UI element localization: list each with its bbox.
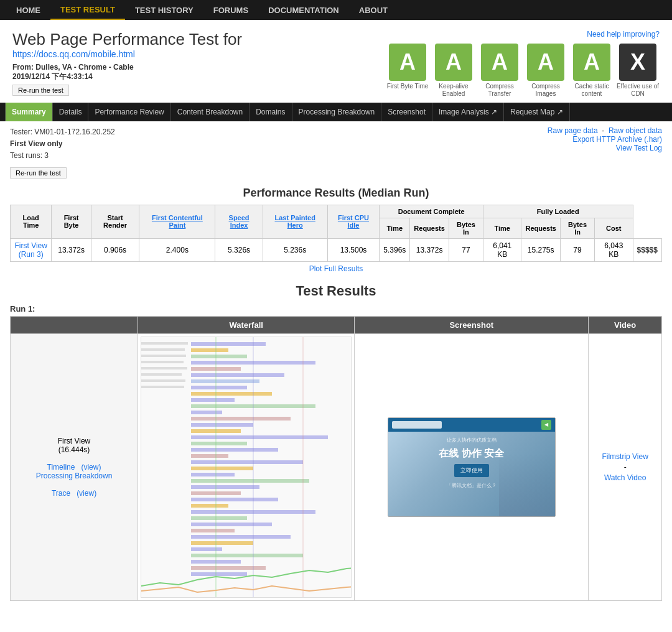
view-type: First View only [10,138,115,150]
main-content: Tester: VM01-01-172.16.20.252 First View… [0,121,672,606]
tab-image-analysis[interactable]: Image Analysis ↗ [432,103,504,121]
svg-rect-21 [191,473,235,476]
nav-documentation[interactable]: DOCUMENTATION [258,0,349,20]
nav-forums[interactable]: FORUMS [203,0,258,20]
waterfall-cell [138,333,355,600]
processing-breakdown-link[interactable]: Processing Breakdown [36,472,113,480]
tab-request-map[interactable]: Request Map ↗ [504,103,570,121]
grade-cache: A Cache static content [570,44,614,98]
plot-full-results-link[interactable]: Plot Full Results [309,264,363,273]
grade-compress-images: A Compress Images [524,44,567,98]
svg-rect-6 [191,379,259,383]
trace-view-link[interactable]: (view) [77,489,96,498]
tab-performance-review[interactable]: Performance Review [88,103,170,121]
plot-link-container: Plot Full Results [10,264,662,273]
row-first-byte: 0.906s [91,238,139,261]
tab-content-breakdown[interactable]: Content Breakdown [171,103,250,121]
grade-cdn: X Effective use of CDN [616,44,660,98]
grade-label-compress-images: Compress Images [524,83,567,98]
raw-object-link[interactable]: Raw object data [609,126,662,135]
row-last-painted: 13.500s [327,238,380,261]
info-left: Tester: VM01-01-172.16.20.252 First View… [10,126,115,179]
svg-rect-44 [141,361,184,363]
th-fl-cost: Cost [595,218,633,238]
th-dc-bytes: Bytes In [449,218,483,238]
svg-rect-26 [191,504,228,508]
grade-keepalive: A Keep-alive Enabled [432,44,475,98]
rerun-button[interactable]: Re-run the test [12,85,69,96]
waterfall-svg [141,337,351,597]
svg-rect-19 [191,460,303,464]
svg-rect-12 [191,417,291,421]
th-speed-index: Speed Index [215,205,263,238]
tab-processing-breakdown[interactable]: Processing Breakdown [292,103,382,121]
tester-info: Tester: VM01-01-172.16.20.252 [10,126,115,138]
svg-rect-34 [191,554,303,557]
test-runs: Test runs: 3 [10,150,115,162]
grade-label-first-byte: First Byte Time [387,83,429,90]
row-dc-time: 13.372s [410,238,449,261]
svg-rect-5 [191,373,284,377]
grade-letter-keepalive: A [435,44,472,81]
svg-rect-48 [141,386,184,388]
svg-rect-16 [191,442,247,445]
run1-label: Run 1: [10,304,662,314]
row-cost: $$$$$ [633,238,661,261]
svg-rect-47 [141,379,185,382]
header-meta: From: Dulles, VA - Chrome - Cable 2019/1… [12,63,242,82]
export-archive-link[interactable]: Export HTTP Archive (.har) [572,135,662,144]
nav-home[interactable]: HOME [6,0,50,20]
svg-rect-13 [191,423,253,427]
tabs-bar: Summary Details Performance Review Conte… [0,103,672,121]
raw-page-link[interactable]: Raw page data [548,126,598,135]
screenshot-cell: ◀ 让多人协作的优质文档 在线 协作 安全 立即使用 「腾讯文档」是什么？ [355,333,589,600]
svg-rect-30 [191,529,235,532]
th-fl-bytes: Bytes In [560,218,594,238]
view-log-link[interactable]: View Test Log [616,144,662,152]
row-start-render: 2.400s [139,238,215,261]
grade-compress-transfer: A Compress Transfer [478,44,521,98]
first-view-info: First View (16.444s) Timeline (view) Pro… [14,433,134,501]
tab-domains[interactable]: Domains [250,103,292,121]
grade-letter-first-byte: A [389,44,426,81]
tab-details[interactable]: Details [53,103,89,121]
row-fl-requests: 79 [560,238,594,261]
test-url-link[interactable]: https://docs.qq.com/mobile.html [12,49,135,59]
th-fcp: First Contentful Paint [139,205,215,238]
video-cell: Filmstrip View - Watch Video [589,333,662,600]
header-left: Web Page Performance Test for https://do… [12,30,242,96]
grade-letter-compress-transfer: A [481,44,518,81]
tab-summary[interactable]: Summary [5,103,53,121]
th-last-painted: Last Painted Hero [263,205,327,238]
nav-test-history[interactable]: TEST HISTORY [125,0,203,20]
watch-video-link[interactable]: Watch Video [594,473,656,482]
test-results-title: Test Results [10,283,662,299]
svg-rect-18 [191,454,228,458]
svg-rect-28 [191,516,247,520]
grade-letter-cdn: X [619,44,656,81]
filmstrip-view-link[interactable]: Filmstrip View [594,452,656,461]
nav-test-result[interactable]: TEST RESULT [50,0,125,20]
svg-rect-0 [191,342,266,346]
perf-title: Performance Results (Median Run) [10,187,662,200]
svg-rect-11 [191,411,222,414]
timeline-link[interactable]: Timeline [47,463,75,472]
nav-about[interactable]: ABOUT [349,0,398,20]
info-right: Raw page data - Raw object data Export H… [548,126,662,152]
th-dc-time: Time [380,218,410,238]
svg-rect-43 [141,355,186,357]
nav-bar: HOME TEST RESULT TEST HISTORY FORUMS DOC… [0,0,672,20]
row-dc-bytes: 6,041 KB [483,238,521,261]
row-fl-time: 15.275s [521,238,561,261]
help-link[interactable]: Need help improving? [587,30,660,39]
timeline-view-link[interactable]: (view) [81,463,101,472]
tab-screenshot[interactable]: Screenshot [381,103,432,121]
svg-rect-9 [191,398,235,402]
grade-letter-compress-images: A [527,44,564,81]
svg-rect-23 [191,485,259,489]
page-title: Web Page Performance Test for [12,30,242,49]
th-fl-time: Time [483,218,521,238]
run1-row: First View (16.444s) Timeline (view) Pro… [11,333,662,600]
svg-rect-46 [141,373,182,376]
rerun-btn-2[interactable]: Re-run the test [10,167,67,179]
